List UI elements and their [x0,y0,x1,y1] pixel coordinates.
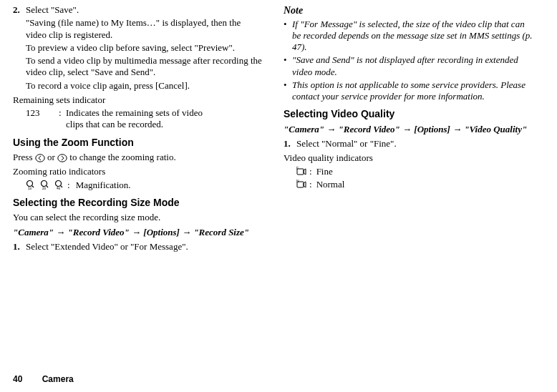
bullet-icon: • [284,79,292,103]
zoom-text-pre: Press [13,152,35,162]
remaining-desc-line2: clips that can be recorded. [66,119,163,129]
colon: : [67,180,70,191]
bullet-icon: • [284,19,292,54]
step-text: Select "Save". [26,4,263,16]
zoom-magnification-text: Magnification. [76,180,131,191]
remaining-sets-count: 123 [26,107,59,131]
video-quality-step-1: 1. Select "Normal" or "Fine". [284,138,534,150]
zoom-text-mid: or [47,152,57,162]
quality-normal-row: N : Normal [296,179,534,190]
heading-zoom: Using the Zoom Function [13,137,263,150]
zoom-2x-icon: 2x [40,180,50,190]
step-2-body-1: "Saving (file name) to My Items…" is dis… [26,17,263,41]
note-heading: Note [284,4,534,17]
note-item: •"Save and Send" is not displayed after … [284,54,534,78]
note-item: •If "For Message" is selected, the size … [284,19,534,54]
step-2-body-2: To preview a video clip before saving, s… [26,42,263,54]
svg-text:1x: 1x [28,185,32,190]
zoom-text-post: to change the zooming ratio. [69,152,175,162]
step-text: Select "Normal" or "Fine". [296,138,534,150]
heading-record-size: Selecting the Recording Size Mode [13,197,263,210]
zoom-4x-icon: 4x [54,180,64,190]
record-size-intro: You can select the recording size mode. [13,212,263,223]
note-text: This option is not applicable to some se… [292,79,534,103]
step-number: 2. [13,4,26,16]
quality-normal-icon: N [296,180,306,190]
quality-fine-icon: F [296,167,306,177]
quality-fine-text: Fine [316,166,333,177]
note-text: "Save and Send" is not displayed after r… [292,54,534,78]
remaining-sets-label: Remaining sets indicator [13,94,263,106]
remaining-desc-line1: Indicates the remaining sets of video [66,107,203,118]
left-column: 2. Select "Save". "Saving (file name) to… [13,4,263,254]
video-quality-path: "Camera" → "Record Video" → [Options] → … [284,124,534,135]
note-text: If "For Message" is selected, the size o… [292,19,534,54]
left-key-icon [35,154,45,162]
step-2: 2. Select "Save". [13,4,263,16]
note-list: •If "For Message" is selected, the size … [284,19,534,103]
step-number: 1. [13,241,26,253]
svg-text:N: N [296,180,299,183]
zoom-instruction: Press or to change the zooming ratio. [13,152,263,163]
colon: : [309,179,312,190]
footer: 40 Camera [13,374,74,385]
colon: : [309,166,312,177]
zoom-indicator-label: Zooming ratio indicators [13,166,263,177]
record-size-step-1: 1. Select "Extended Video" or "For Messa… [13,241,263,253]
svg-line-6 [46,185,48,187]
record-size-path: "Camera" → "Record Video" → [Options] → … [13,227,263,238]
right-key-icon [57,154,67,162]
svg-text:4x: 4x [57,185,61,190]
remaining-sets-def: 123 : Indicates the remaining sets of vi… [26,107,263,131]
zoom-indicator-row: 1x 2x 4x : Magnification. [26,180,263,191]
svg-point-0 [36,155,44,162]
bullet-icon: • [284,54,292,78]
svg-point-1 [58,155,67,162]
note-item: •This option is not applicable to some s… [284,79,534,103]
page-number: 40 [13,374,22,384]
quality-fine-row: F : Fine [296,166,534,177]
colon: : [59,107,66,131]
svg-text:F: F [296,167,299,170]
step-2-body-3: To send a video clip by multimedia messa… [26,55,263,79]
svg-line-3 [32,185,34,187]
remaining-sets-desc: Indicates the remaining sets of video cl… [66,107,263,131]
svg-line-9 [60,185,62,187]
zoom-1x-icon: 1x [26,180,36,190]
heading-video-quality: Selecting Video Quality [284,108,534,121]
svg-text:2x: 2x [42,185,47,190]
step-2-body-4: To record a voice clip again, press [Can… [26,80,263,92]
quality-indicator-label: Video quality indicators [284,152,534,164]
section-title: Camera [42,374,74,384]
quality-normal-text: Normal [316,179,345,190]
step-text: Select "Extended Video" or "For Message"… [26,241,263,253]
step-number: 1. [284,138,296,150]
right-column: Note •If "For Message" is selected, the … [284,4,534,254]
